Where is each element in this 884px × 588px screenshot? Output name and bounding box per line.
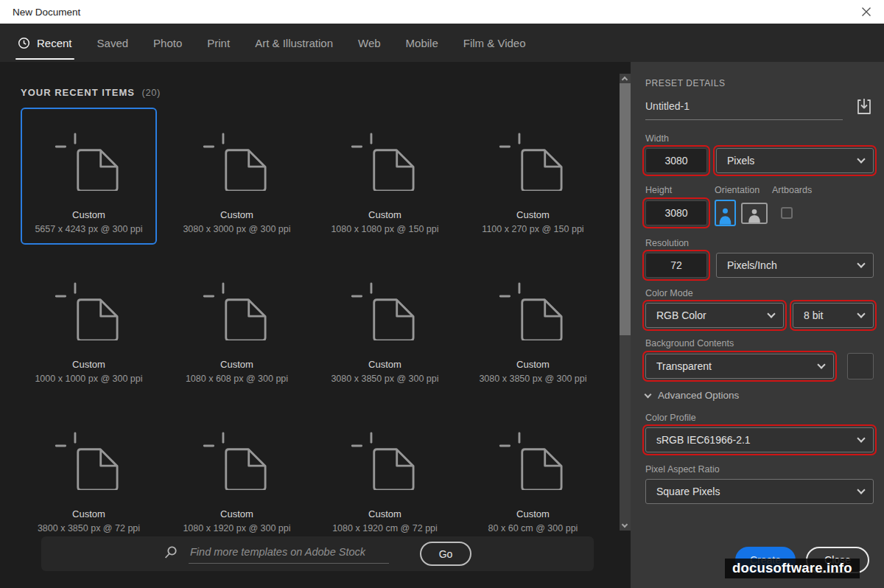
recent-item-card[interactable]: Custom 1080 x 1920 cm @ 72 ppi bbox=[317, 407, 453, 544]
resolution-input[interactable] bbox=[645, 253, 707, 278]
go-button[interactable]: Go bbox=[420, 542, 471, 566]
background-color-swatch[interactable] bbox=[847, 353, 874, 379]
chevron-down-icon bbox=[857, 155, 865, 163]
recent-item-dimensions: 3080 x 3850 px @ 300 ppi bbox=[479, 374, 586, 384]
category-tab-label: Art & Illustration bbox=[255, 37, 333, 49]
advanced-options-toggle[interactable]: Advanced Options bbox=[645, 390, 874, 401]
recent-item-name: Custom bbox=[368, 359, 401, 370]
category-tab[interactable]: Photo bbox=[153, 24, 182, 62]
document-preset-icon bbox=[498, 109, 569, 209]
pixel-aspect-ratio-label: Pixel Aspect Ratio bbox=[645, 464, 874, 475]
document-preset-icon bbox=[54, 259, 124, 359]
save-preset-icon[interactable] bbox=[855, 97, 874, 119]
width-input[interactable] bbox=[645, 148, 707, 173]
document-preset-icon bbox=[202, 408, 273, 508]
document-preset-icon bbox=[54, 408, 124, 508]
height-input[interactable] bbox=[645, 200, 707, 225]
advanced-options-label: Advanced Options bbox=[658, 390, 739, 401]
pixel-aspect-ratio-select[interactable]: Square Pixels bbox=[645, 479, 874, 504]
category-tab[interactable]: Art & Illustration bbox=[255, 24, 333, 62]
document-preset-icon bbox=[350, 408, 421, 508]
recent-item-name: Custom bbox=[368, 209, 401, 220]
stock-search-input[interactable] bbox=[189, 545, 389, 564]
preset-details-panel: PRESET DETAILS Untitled-1 Width Pixels H… bbox=[631, 62, 884, 588]
recent-items-heading-text: YOUR RECENT ITEMS bbox=[21, 87, 135, 98]
recent-item-dimensions: 3080 x 3000 px @ 300 ppi bbox=[183, 224, 290, 234]
bit-depth-select[interactable]: 8 bit bbox=[793, 303, 874, 328]
category-tab[interactable]: Web bbox=[358, 24, 381, 62]
chevron-down-icon bbox=[645, 391, 652, 398]
recent-item-card[interactable]: Custom 80 x 60 cm @ 300 ppi bbox=[465, 407, 601, 544]
category-tab[interactable]: Film & Video bbox=[463, 24, 526, 62]
color-profile-label: Color Profile bbox=[645, 413, 874, 423]
category-tab[interactable]: Saved bbox=[97, 24, 129, 62]
recent-item-name: Custom bbox=[516, 209, 550, 220]
category-tab[interactable]: Print bbox=[207, 24, 230, 62]
resolution-label: Resolution bbox=[645, 238, 874, 248]
document-name-field[interactable]: Untitled-1 bbox=[645, 100, 843, 120]
recent-item-card[interactable]: Custom 3080 x 3850 px @ 300 ppi bbox=[465, 257, 601, 394]
recent-items-panel: YOUR RECENT ITEMS (20) Custom 5657 x 424… bbox=[0, 62, 620, 588]
category-tab-label: Recent bbox=[37, 37, 72, 49]
recent-item-card[interactable]: Custom 3080 x 3850 px @ 300 ppi bbox=[317, 257, 453, 394]
color-mode-select[interactable]: RGB Color bbox=[645, 303, 784, 328]
recent-item-card[interactable]: Custom 3800 x 3850 px @ 72 ppi bbox=[21, 407, 157, 544]
recent-items-grid: Custom 5657 x 4243 px @ 300 ppi Custom 3… bbox=[21, 108, 620, 544]
width-unit-select[interactable]: Pixels bbox=[716, 148, 874, 173]
category-tab-label: Film & Video bbox=[463, 37, 526, 49]
chevron-down-icon bbox=[857, 434, 865, 442]
resolution-unit-select[interactable]: Pixels/Inch bbox=[716, 253, 874, 278]
document-preset-icon bbox=[202, 259, 273, 359]
recent-item-name: Custom bbox=[72, 359, 105, 370]
category-tabbar: Recent Saved Photo Print Art & Illustrat… bbox=[0, 24, 884, 62]
recent-item-card[interactable]: Custom 1080 x 608 px @ 300 ppi bbox=[169, 257, 305, 394]
background-contents-label: Background Contents bbox=[645, 338, 874, 349]
recent-item-card[interactable]: Custom 5657 x 4243 px @ 300 ppi bbox=[21, 108, 157, 245]
orientation-portrait-button[interactable] bbox=[715, 200, 736, 226]
scroll-down-icon[interactable] bbox=[622, 522, 628, 528]
artboards-checkbox[interactable] bbox=[781, 207, 793, 219]
adobe-stock-searchbar: Go bbox=[41, 536, 594, 571]
close-icon[interactable] bbox=[861, 7, 871, 17]
vertical-scrollbar[interactable] bbox=[620, 62, 631, 588]
category-tab[interactable]: Mobile bbox=[406, 24, 438, 62]
chevron-down-icon bbox=[817, 360, 825, 368]
document-preset-icon bbox=[350, 109, 421, 209]
chevron-down-icon bbox=[767, 309, 775, 318]
category-tab-label: Mobile bbox=[406, 37, 438, 49]
color-profile-select[interactable]: sRGB IEC61966-2.1 bbox=[645, 427, 874, 452]
recent-item-name: Custom bbox=[72, 508, 105, 519]
preset-details-heading: PRESET DETAILS bbox=[645, 78, 874, 88]
document-preset-icon bbox=[202, 109, 273, 209]
orientation-landscape-button[interactable] bbox=[741, 203, 768, 224]
recent-item-card[interactable]: Custom 3080 x 3000 px @ 300 ppi bbox=[169, 108, 305, 245]
scrollbar-thumb[interactable] bbox=[620, 83, 631, 335]
chevron-down-icon bbox=[857, 486, 865, 494]
chevron-down-icon bbox=[857, 309, 865, 318]
recent-item-name: Custom bbox=[368, 508, 401, 519]
background-contents-select[interactable]: Transparent bbox=[645, 354, 834, 379]
recent-item-dimensions: 3080 x 3850 px @ 300 ppi bbox=[331, 374, 438, 384]
window-title: New Document bbox=[13, 7, 80, 18]
document-preset-icon bbox=[350, 259, 421, 359]
recent-item-card[interactable]: Custom 1080 x 1080 px @ 150 ppi bbox=[317, 108, 453, 245]
search-icon bbox=[164, 545, 178, 563]
recent-item-dimensions: 1000 x 1000 px @ 300 ppi bbox=[35, 374, 142, 384]
recent-item-dimensions: 1080 x 1920 cm @ 72 ppi bbox=[332, 523, 438, 533]
recent-item-name: Custom bbox=[220, 209, 253, 220]
recent-item-card[interactable]: Custom 1080 x 1920 px @ 300 ppi bbox=[169, 407, 305, 544]
scroll-up-icon[interactable] bbox=[622, 77, 628, 83]
category-tab-label: Web bbox=[358, 37, 381, 49]
recent-item-dimensions: 1100 x 270 px @ 150 ppi bbox=[482, 224, 583, 234]
recent-item-card[interactable]: Custom 1000 x 1000 px @ 300 ppi bbox=[21, 257, 157, 394]
artboards-label: Artboards bbox=[772, 185, 812, 195]
height-label: Height bbox=[645, 185, 715, 195]
recent-item-dimensions: 3800 x 3850 px @ 72 ppi bbox=[38, 523, 140, 533]
category-tab-label: Saved bbox=[97, 37, 129, 49]
recent-item-name: Custom bbox=[516, 508, 550, 519]
recent-items-heading: YOUR RECENT ITEMS (20) bbox=[21, 87, 620, 98]
recent-item-dimensions: 1080 x 1080 px @ 150 ppi bbox=[331, 224, 438, 234]
scrollbar-track[interactable] bbox=[620, 74, 631, 531]
category-tab[interactable]: Recent bbox=[18, 24, 72, 62]
recent-item-card[interactable]: Custom 1100 x 270 px @ 150 ppi bbox=[465, 108, 601, 245]
